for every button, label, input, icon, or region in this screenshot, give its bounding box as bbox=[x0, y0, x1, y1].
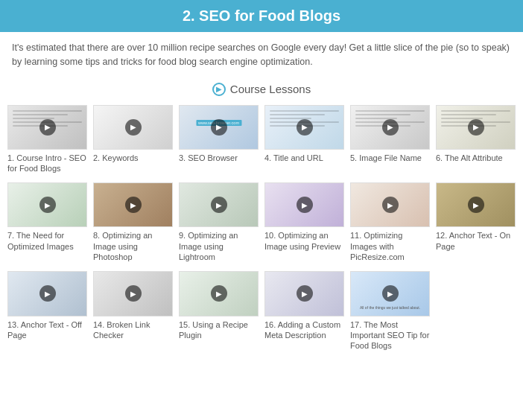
lesson-item-14[interactable]: ▶14. Broken Link Checker bbox=[93, 271, 173, 351]
play-button-2[interactable]: ▶ bbox=[125, 119, 142, 136]
lesson-label-12: 12. Anchor Text - On Page bbox=[436, 230, 516, 252]
lesson-thumbnail-8: ▶ bbox=[93, 182, 173, 227]
lesson-thumbnail-11: ▶ bbox=[350, 182, 430, 227]
play-button-13[interactable]: ▶ bbox=[39, 285, 56, 302]
play-button-9[interactable]: ▶ bbox=[211, 197, 227, 213]
lesson-item-5[interactable]: ▶5. Image File Name bbox=[350, 105, 430, 174]
lesson-label-8: 8. Optimizing an Image using Photoshop bbox=[93, 230, 173, 262]
lesson-label-4: 4. Title and URL bbox=[264, 153, 323, 163]
play-button-8[interactable]: ▶ bbox=[125, 197, 142, 213]
play-button-4[interactable]: ▶ bbox=[297, 119, 313, 136]
lesson-label-15: 15. Using a Recipe Plugin bbox=[179, 319, 259, 341]
lesson-label-5: 5. Image File Name bbox=[350, 153, 422, 163]
lesson-item-9[interactable]: ▶9. Optimizing an Image using Lightroom bbox=[179, 182, 259, 262]
lesson-label-6: 6. The Alt Attribute bbox=[436, 153, 503, 163]
lesson-label-7: 7. The Need for Optimized Images bbox=[7, 230, 87, 252]
lesson-label-1: 1. Course Intro - SEO for Food Blogs bbox=[7, 153, 87, 174]
course-lessons-label: Course Lessons bbox=[230, 83, 311, 95]
lesson-label-9: 9. Optimizing an Image using Lightroom bbox=[179, 230, 259, 262]
lesson-thumbnail-15: ▶ bbox=[179, 271, 259, 316]
lesson-thumbnail-2: ▶ bbox=[93, 105, 173, 150]
play-button-15[interactable]: ▶ bbox=[211, 285, 227, 302]
course-lessons-icon: ▶ bbox=[212, 83, 226, 96]
lesson-label-3: 3. SEO Browser bbox=[179, 153, 238, 163]
lesson-label-17: 17. The Most Important SEO Tip for Food … bbox=[350, 319, 430, 351]
page-description: It's estimated that there are over 10 mi… bbox=[0, 32, 523, 78]
lesson-item-10[interactable]: ▶10. Optimizing an Image using Preview bbox=[264, 182, 344, 262]
lesson-label-14: 14. Broken Link Checker bbox=[93, 319, 173, 341]
play-button-3[interactable]: ▶ bbox=[211, 119, 227, 136]
lesson-item-13[interactable]: ▶13. Anchor Text - Off Page bbox=[7, 271, 87, 351]
lesson-thumbnail-7: ▶ bbox=[7, 182, 87, 227]
play-button-7[interactable]: ▶ bbox=[39, 197, 56, 213]
lesson-item-1[interactable]: ▶1. Course Intro - SEO for Food Blogs bbox=[7, 105, 87, 174]
lesson-label-2: 2. Keywords bbox=[93, 153, 139, 163]
lesson-item-12[interactable]: ▶12. Anchor Text - On Page bbox=[436, 182, 516, 262]
play-button-16[interactable]: ▶ bbox=[297, 285, 313, 302]
lesson-label-13: 13. Anchor Text - Off Page bbox=[7, 319, 87, 341]
lesson-label-16: 16. Adding a Custom Meta Description bbox=[264, 319, 344, 341]
play-button-5[interactable]: ▶ bbox=[382, 119, 399, 136]
play-button-1[interactable]: ▶ bbox=[39, 119, 56, 136]
play-button-17[interactable]: ▶ bbox=[382, 285, 399, 302]
play-button-14[interactable]: ▶ bbox=[125, 285, 142, 302]
lesson-item-15[interactable]: ▶15. Using a Recipe Plugin bbox=[179, 271, 259, 351]
play-button-10[interactable]: ▶ bbox=[297, 197, 313, 213]
lessons-grid: ▶1. Course Intro - SEO for Food Blogs▶2.… bbox=[0, 105, 523, 363]
lesson-thumbnail-6: ▶ bbox=[436, 105, 516, 150]
lesson-thumbnail-14: ▶ bbox=[93, 271, 173, 316]
lesson-thumbnail-5: ▶ bbox=[350, 105, 430, 150]
play-button-6[interactable]: ▶ bbox=[468, 119, 484, 136]
lesson-item-7[interactable]: ▶7. The Need for Optimized Images bbox=[7, 182, 87, 262]
lesson-thumbnail-3: www.seo-browser.com▶ bbox=[179, 105, 259, 150]
lesson-label-11: 11. Optimizing Images with PicResize.com bbox=[350, 230, 430, 262]
lesson-thumbnail-1: ▶ bbox=[7, 105, 87, 150]
page-title: 2. SEO for Food Blogs bbox=[0, 0, 523, 32]
course-lessons-header: ▶ Course Lessons bbox=[0, 83, 523, 96]
lesson-item-2[interactable]: ▶2. Keywords bbox=[93, 105, 173, 174]
lesson-item-8[interactable]: ▶8. Optimizing an Image using Photoshop bbox=[93, 182, 173, 262]
lesson-item-17[interactable]: All of the things we just talked about.▶… bbox=[350, 271, 430, 351]
lesson-thumbnail-10: ▶ bbox=[264, 182, 344, 227]
play-button-11[interactable]: ▶ bbox=[382, 197, 399, 213]
lesson-item-16[interactable]: ▶16. Adding a Custom Meta Description bbox=[264, 271, 344, 351]
lesson-thumbnail-17: All of the things we just talked about.▶ bbox=[350, 271, 430, 316]
lesson-thumbnail-4: ▶ bbox=[264, 105, 344, 150]
lesson-thumbnail-12: ▶ bbox=[436, 182, 516, 227]
lesson-item-3[interactable]: www.seo-browser.com▶3. SEO Browser bbox=[179, 105, 259, 174]
lesson-item-4[interactable]: ▶4. Title and URL bbox=[264, 105, 344, 174]
lesson-item-6[interactable]: ▶6. The Alt Attribute bbox=[436, 105, 516, 174]
lesson-thumbnail-13: ▶ bbox=[7, 271, 87, 316]
lesson-thumbnail-16: ▶ bbox=[264, 271, 344, 316]
lesson-thumbnail-9: ▶ bbox=[179, 182, 259, 227]
lesson-label-10: 10. Optimizing an Image using Preview bbox=[264, 230, 344, 252]
lesson-item-11[interactable]: ▶11. Optimizing Images with PicResize.co… bbox=[350, 182, 430, 262]
play-button-12[interactable]: ▶ bbox=[468, 197, 484, 213]
